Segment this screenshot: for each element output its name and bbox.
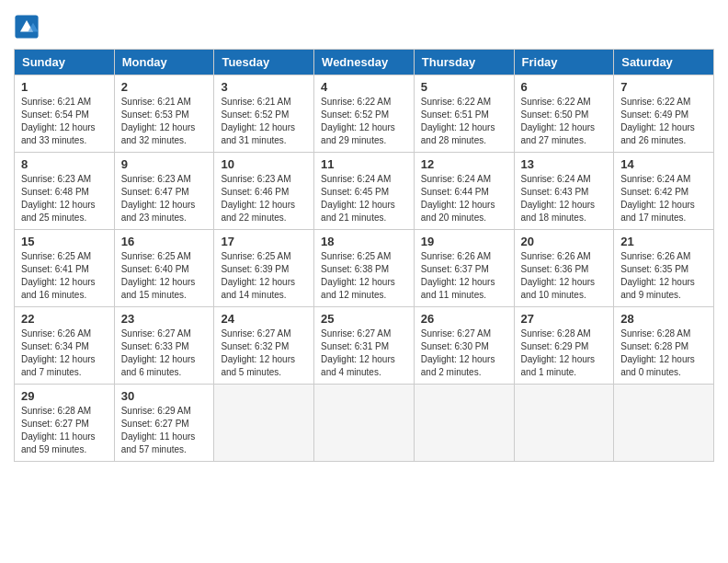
day-number: 22 <box>21 312 108 326</box>
sunset-label: Sunset: 6:39 PM <box>221 264 289 274</box>
day-info: Sunrise: 6:28 AM Sunset: 6:29 PM Dayligh… <box>521 327 608 379</box>
sunrise-label: Sunrise: 6:27 AM <box>121 328 191 339</box>
sunrise-label: Sunrise: 6:27 AM <box>421 328 491 339</box>
calendar-cell: 20 Sunrise: 6:26 AM Sunset: 6:36 PM Dayl… <box>514 230 614 307</box>
sunset-label: Sunset: 6:52 PM <box>321 109 389 120</box>
calendar-week-row: 29 Sunrise: 6:28 AM Sunset: 6:27 PM Dayl… <box>15 385 714 462</box>
sunset-label: Sunset: 6:53 PM <box>121 109 189 120</box>
sunset-label: Sunset: 6:48 PM <box>21 187 89 197</box>
calendar-cell: 26 Sunrise: 6:27 AM Sunset: 6:30 PM Dayl… <box>414 307 514 385</box>
daylight-label: Daylight: 12 hours and 23 minutes. <box>121 200 196 223</box>
day-number: 11 <box>321 157 407 171</box>
daylight-label: Daylight: 12 hours and 22 minutes. <box>221 200 295 223</box>
daylight-label: Daylight: 12 hours and 12 minutes. <box>321 277 395 300</box>
sunset-label: Sunset: 6:31 PM <box>321 341 389 351</box>
day-number: 16 <box>121 235 208 248</box>
day-info: Sunrise: 6:26 AM Sunset: 6:35 PM Dayligh… <box>620 250 707 302</box>
sunrise-label: Sunrise: 6:22 AM <box>421 97 491 107</box>
daylight-label: Daylight: 12 hours and 10 minutes. <box>521 277 596 300</box>
daylight-label: Daylight: 12 hours and 18 minutes. <box>521 200 596 223</box>
daylight-label: Daylight: 12 hours and 7 minutes. <box>21 354 96 377</box>
daylight-label: Daylight: 12 hours and 26 minutes. <box>620 122 695 145</box>
weekday-header-saturday: Saturday <box>614 50 714 75</box>
sunset-label: Sunset: 6:52 PM <box>221 109 289 120</box>
day-info: Sunrise: 6:21 AM Sunset: 6:53 PM Dayligh… <box>121 96 208 147</box>
day-info: Sunrise: 6:24 AM Sunset: 6:44 PM Dayligh… <box>421 173 507 224</box>
calendar-week-row: 1 Sunrise: 6:21 AM Sunset: 6:54 PM Dayli… <box>15 75 714 153</box>
sunrise-label: Sunrise: 6:22 AM <box>521 97 591 107</box>
daylight-label: Daylight: 12 hours and 32 minutes. <box>121 122 196 145</box>
calendar-cell: 2 Sunrise: 6:21 AM Sunset: 6:53 PM Dayli… <box>114 75 214 153</box>
day-info: Sunrise: 6:24 AM Sunset: 6:42 PM Dayligh… <box>620 173 707 224</box>
sunrise-label: Sunrise: 6:28 AM <box>521 328 591 339</box>
sunset-label: Sunset: 6:51 PM <box>421 109 489 120</box>
sunrise-label: Sunrise: 6:24 AM <box>421 174 491 184</box>
daylight-label: Daylight: 12 hours and 29 minutes. <box>321 122 395 145</box>
sunrise-label: Sunrise: 6:26 AM <box>620 251 690 261</box>
sunset-label: Sunset: 6:33 PM <box>121 341 189 351</box>
day-info: Sunrise: 6:22 AM Sunset: 6:51 PM Dayligh… <box>421 96 507 147</box>
calendar-cell: 4 Sunrise: 6:22 AM Sunset: 6:52 PM Dayli… <box>314 75 415 153</box>
sunrise-label: Sunrise: 6:22 AM <box>620 97 690 107</box>
calendar-cell: 24 Sunrise: 6:27 AM Sunset: 6:32 PM Dayl… <box>214 307 314 385</box>
day-info: Sunrise: 6:24 AM Sunset: 6:45 PM Dayligh… <box>321 173 407 224</box>
day-info: Sunrise: 6:25 AM Sunset: 6:41 PM Dayligh… <box>21 250 108 302</box>
logo <box>14 14 41 40</box>
day-number: 1 <box>21 80 108 94</box>
weekday-header-friday: Friday <box>514 50 614 75</box>
sunrise-label: Sunrise: 6:24 AM <box>321 174 391 184</box>
day-number: 24 <box>221 312 307 326</box>
daylight-label: Daylight: 12 hours and 5 minutes. <box>221 354 295 377</box>
weekday-header-wednesday: Wednesday <box>314 50 415 75</box>
sunset-label: Sunset: 6:50 PM <box>521 109 589 120</box>
day-info: Sunrise: 6:26 AM Sunset: 6:36 PM Dayligh… <box>521 250 608 302</box>
day-info: Sunrise: 6:25 AM Sunset: 6:40 PM Dayligh… <box>121 250 208 302</box>
day-number: 14 <box>620 157 707 171</box>
daylight-label: Daylight: 12 hours and 25 minutes. <box>21 200 96 223</box>
calendar-cell: 29 Sunrise: 6:28 AM Sunset: 6:27 PM Dayl… <box>15 385 115 462</box>
day-info: Sunrise: 6:24 AM Sunset: 6:43 PM Dayligh… <box>521 173 608 224</box>
sunset-label: Sunset: 6:28 PM <box>620 341 688 351</box>
day-number: 25 <box>321 312 407 326</box>
day-number: 4 <box>321 80 407 94</box>
day-number: 2 <box>121 80 208 94</box>
day-number: 5 <box>421 80 507 94</box>
sunset-label: Sunset: 6:34 PM <box>21 341 89 351</box>
day-number: 19 <box>421 235 507 248</box>
day-info: Sunrise: 6:27 AM Sunset: 6:31 PM Dayligh… <box>321 327 407 379</box>
calendar-week-row: 8 Sunrise: 6:23 AM Sunset: 6:48 PM Dayli… <box>15 153 714 230</box>
calendar-cell: 9 Sunrise: 6:23 AM Sunset: 6:47 PM Dayli… <box>114 153 214 230</box>
header <box>14 14 714 40</box>
calendar-cell: 3 Sunrise: 6:21 AM Sunset: 6:52 PM Dayli… <box>214 75 314 153</box>
calendar-cell <box>314 385 415 462</box>
day-number: 7 <box>620 80 707 94</box>
sunset-label: Sunset: 6:27 PM <box>121 419 189 429</box>
sunrise-label: Sunrise: 6:28 AM <box>21 406 91 416</box>
calendar-cell: 11 Sunrise: 6:24 AM Sunset: 6:45 PM Dayl… <box>314 153 415 230</box>
day-number: 23 <box>121 312 208 326</box>
sunset-label: Sunset: 6:32 PM <box>221 341 289 351</box>
calendar-cell: 27 Sunrise: 6:28 AM Sunset: 6:29 PM Dayl… <box>514 307 614 385</box>
calendar-cell: 6 Sunrise: 6:22 AM Sunset: 6:50 PM Dayli… <box>514 75 614 153</box>
daylight-label: Daylight: 12 hours and 9 minutes. <box>620 277 695 300</box>
calendar-header-row: SundayMondayTuesdayWednesdayThursdayFrid… <box>15 50 714 75</box>
calendar-cell <box>414 385 514 462</box>
day-info: Sunrise: 6:28 AM Sunset: 6:27 PM Dayligh… <box>21 405 108 456</box>
sunrise-label: Sunrise: 6:27 AM <box>221 328 290 339</box>
daylight-label: Daylight: 12 hours and 33 minutes. <box>21 122 96 145</box>
day-number: 18 <box>321 235 407 248</box>
daylight-label: Daylight: 12 hours and 11 minutes. <box>421 277 495 300</box>
calendar-cell: 21 Sunrise: 6:26 AM Sunset: 6:35 PM Dayl… <box>614 230 714 307</box>
sunrise-label: Sunrise: 6:25 AM <box>21 251 91 261</box>
daylight-label: Daylight: 12 hours and 20 minutes. <box>421 200 495 223</box>
day-info: Sunrise: 6:27 AM Sunset: 6:32 PM Dayligh… <box>221 327 307 379</box>
sunset-label: Sunset: 6:46 PM <box>221 187 289 197</box>
day-info: Sunrise: 6:27 AM Sunset: 6:30 PM Dayligh… <box>421 327 507 379</box>
day-info: Sunrise: 6:29 AM Sunset: 6:27 PM Dayligh… <box>121 405 208 456</box>
day-info: Sunrise: 6:27 AM Sunset: 6:33 PM Dayligh… <box>121 327 208 379</box>
day-number: 17 <box>221 235 307 248</box>
weekday-header-tuesday: Tuesday <box>214 50 314 75</box>
page: SundayMondayTuesdayWednesdayThursdayFrid… <box>0 0 728 563</box>
sunrise-label: Sunrise: 6:28 AM <box>620 328 690 339</box>
calendar-cell: 1 Sunrise: 6:21 AM Sunset: 6:54 PM Dayli… <box>15 75 115 153</box>
